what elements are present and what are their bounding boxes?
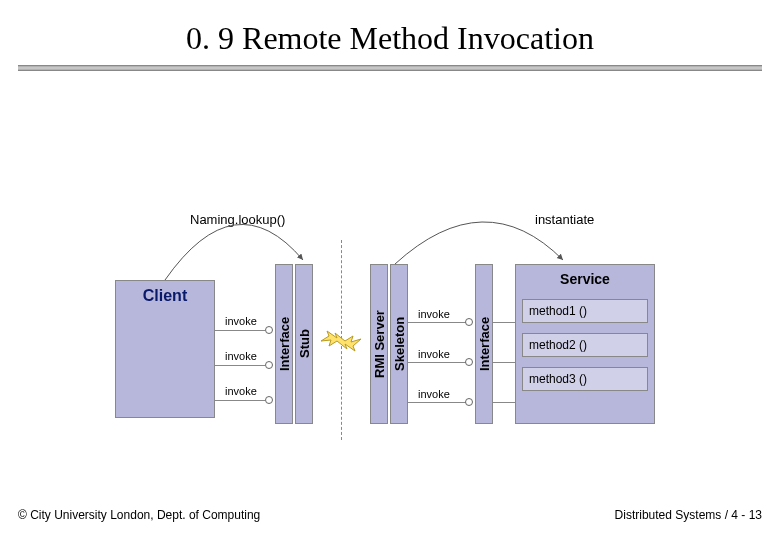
iface-service-connector [493, 402, 515, 403]
connector-endpoint [265, 326, 273, 334]
method-item: method3 () [522, 367, 648, 391]
skeleton-label: Skeleton [392, 317, 407, 371]
rmi-server-box: RMI Server [370, 264, 388, 424]
interface-right-label: Interface [477, 317, 492, 371]
invoke-connector [408, 402, 466, 403]
naming-lookup-arc [165, 210, 315, 285]
rmi-diagram: Client Interface Stub RMI Server Skeleto… [115, 200, 675, 430]
invoke-label: invoke [225, 315, 257, 327]
connector-endpoint [265, 396, 273, 404]
footer-copyright: © City University London, Dept. of Compu… [18, 508, 260, 522]
invoke-connector [215, 330, 265, 331]
method-item: method2 () [522, 333, 648, 357]
invoke-connector [215, 400, 265, 401]
connector-endpoint [465, 398, 473, 406]
invoke-label: invoke [418, 348, 450, 360]
method-item: method1 () [522, 299, 648, 323]
footer-page-number: Distributed Systems / 4 - 13 [615, 508, 762, 522]
client-label: Client [143, 287, 187, 305]
invoke-label: invoke [225, 385, 257, 397]
connector-endpoint [465, 318, 473, 326]
network-spark-icon [319, 328, 363, 354]
interface-right-box: Interface [475, 264, 493, 424]
invoke-label: invoke [418, 388, 450, 400]
iface-service-connector [493, 362, 515, 363]
skeleton-box: Skeleton [390, 264, 408, 424]
interface-left-box: Interface [275, 264, 293, 424]
connector-endpoint [465, 358, 473, 366]
invoke-label: invoke [418, 308, 450, 320]
invoke-label: invoke [225, 350, 257, 362]
title-divider [18, 65, 762, 71]
instantiate-arc [395, 210, 575, 270]
iface-service-connector [493, 322, 515, 323]
interface-left-label: Interface [277, 317, 292, 371]
invoke-connector [408, 322, 466, 323]
service-box: Service method1 () method2 () method3 () [515, 264, 655, 424]
slide-footer: © City University London, Dept. of Compu… [18, 508, 762, 522]
connector-endpoint [265, 361, 273, 369]
stub-label: Stub [297, 330, 312, 359]
rmi-server-label: RMI Server [372, 310, 387, 378]
invoke-connector [408, 362, 466, 363]
client-box: Client [115, 280, 215, 418]
svg-marker-0 [321, 331, 361, 351]
invoke-connector [215, 365, 265, 366]
service-label: Service [522, 271, 648, 287]
slide-title: 0. 9 Remote Method Invocation [0, 0, 780, 65]
stub-box: Stub [295, 264, 313, 424]
